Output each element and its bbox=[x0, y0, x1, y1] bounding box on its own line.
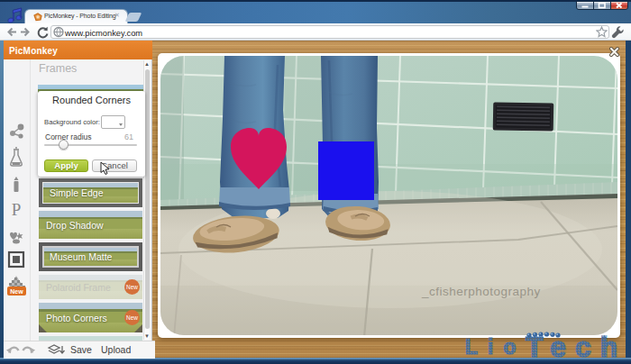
svg-text:Lio: Lio bbox=[465, 335, 526, 359]
svg-text:New: New bbox=[10, 288, 23, 295]
svg-text:P: P bbox=[12, 200, 22, 219]
svg-text:Upload: Upload bbox=[101, 344, 131, 355]
svg-text:Save: Save bbox=[70, 344, 92, 355]
svg-text:_cfisherphotography: _cfisherphotography bbox=[421, 285, 541, 298]
